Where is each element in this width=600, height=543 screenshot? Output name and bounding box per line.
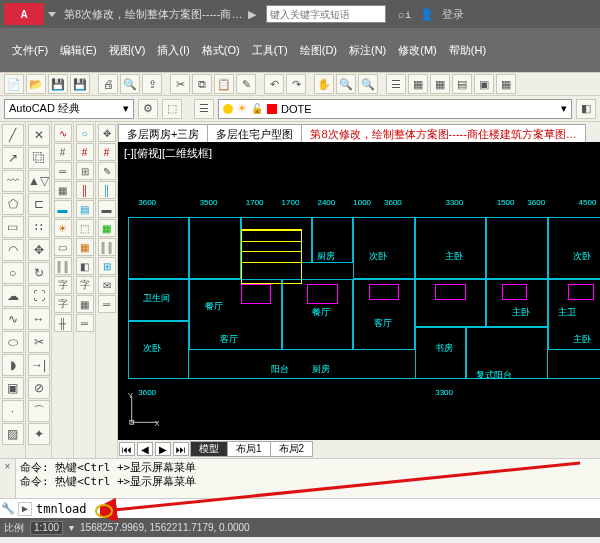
explode-icon[interactable]: ✦: [28, 423, 50, 445]
move-icon[interactable]: ✥: [28, 239, 50, 261]
u8[interactable]: ◧: [76, 257, 94, 275]
infocenter-icon[interactable]: ⌕ℹ: [398, 8, 412, 20]
u3[interactable]: ⊞: [76, 162, 94, 180]
u6[interactable]: ⬚: [76, 219, 94, 237]
polygon-icon[interactable]: ⬠: [2, 193, 24, 215]
copy-button[interactable]: ⧉: [192, 74, 212, 94]
pan-button[interactable]: ✋: [314, 74, 334, 94]
menu-view[interactable]: 视图(V): [103, 40, 152, 61]
t7[interactable]: ▭: [54, 238, 72, 256]
zoom-button[interactable]: 🔍: [336, 74, 356, 94]
t6[interactable]: ☀: [54, 219, 72, 237]
u4[interactable]: ║: [76, 181, 94, 199]
erase-icon[interactable]: ✕: [28, 124, 50, 146]
ws-lock-icon[interactable]: ⬚: [162, 99, 182, 119]
user-icon[interactable]: 👤: [420, 8, 434, 21]
ws-settings-icon[interactable]: ⚙: [138, 99, 158, 119]
search-input[interactable]: [266, 5, 386, 23]
trim-icon[interactable]: ✂: [28, 331, 50, 353]
pline-icon[interactable]: 〰: [2, 170, 24, 192]
spline-icon[interactable]: ∿: [2, 308, 24, 330]
u2[interactable]: #: [76, 143, 94, 161]
u5[interactable]: ▤: [76, 200, 94, 218]
scale-caret-icon[interactable]: ▾: [69, 522, 74, 533]
u7[interactable]: ▦: [76, 238, 94, 256]
arc-icon[interactable]: ◠: [2, 239, 24, 261]
revcloud-icon[interactable]: ☁: [2, 285, 24, 307]
match-button[interactable]: ✎: [236, 74, 256, 94]
print-button[interactable]: 🖨: [98, 74, 118, 94]
t2[interactable]: #: [54, 143, 72, 161]
rotate-icon[interactable]: ↻: [28, 262, 50, 284]
layout-tab-1[interactable]: 布局1: [227, 441, 271, 457]
extend-icon[interactable]: →|: [28, 354, 50, 376]
menu-draw[interactable]: 绘图(D): [294, 40, 343, 61]
break-icon[interactable]: ⊘: [28, 377, 50, 399]
mirror-icon[interactable]: ▲▽: [28, 170, 50, 192]
publish-button[interactable]: ⇪: [142, 74, 162, 94]
saveas-button[interactable]: 💾: [70, 74, 90, 94]
save-button[interactable]: 💾: [48, 74, 68, 94]
cmd-prompt-icon[interactable]: ►: [18, 502, 32, 516]
drawing-canvas[interactable]: [-][俯视][二维线框]: [118, 142, 600, 440]
t1[interactable]: ∿: [54, 124, 72, 142]
stretch-icon[interactable]: ↔: [28, 308, 50, 330]
ellipsearc-icon[interactable]: ◗: [2, 354, 24, 376]
fillet-icon[interactable]: ⌒: [28, 400, 50, 422]
menu-tools[interactable]: 工具(T): [246, 40, 294, 61]
v10[interactable]: ═: [98, 295, 116, 313]
line-icon[interactable]: ╱: [2, 124, 24, 146]
tab-prev-icon[interactable]: ◀: [137, 442, 153, 456]
menu-dimension[interactable]: 标注(N): [343, 40, 392, 61]
t4[interactable]: ▦: [54, 181, 72, 199]
doc-tab-0[interactable]: 多层两房+三房: [118, 124, 208, 142]
v9[interactable]: ✉: [98, 276, 116, 294]
tab-first-icon[interactable]: ⏮: [119, 442, 135, 456]
xline-icon[interactable]: ↗: [2, 147, 24, 169]
circle-icon[interactable]: ○: [2, 262, 24, 284]
layer-selector[interactable]: ☀ 🔓 DOTE ▾: [218, 99, 572, 119]
u11[interactable]: ═: [76, 314, 94, 332]
zoom2-button[interactable]: 🔍: [358, 74, 378, 94]
ssm-button[interactable]: ▤: [452, 74, 472, 94]
layout-tab-model[interactable]: 模型: [190, 441, 228, 457]
redo-button[interactable]: ↷: [286, 74, 306, 94]
v1[interactable]: ✥: [98, 124, 116, 142]
v4[interactable]: ║: [98, 181, 116, 199]
workspace-selector[interactable]: AutoCAD 经典 ▾: [4, 99, 134, 119]
t9[interactable]: 字: [54, 276, 72, 294]
doc-tab-2[interactable]: 第8次修改，绘制整体方案图-----商住楼建筑方案草图…: [301, 124, 585, 142]
menu-format[interactable]: 格式(O): [196, 40, 246, 61]
layer-tool-button[interactable]: ◧: [576, 99, 596, 119]
quick-access-caret[interactable]: [48, 12, 56, 17]
tab-next-icon[interactable]: ▶: [155, 442, 171, 456]
viewport-label[interactable]: [-][俯视][二维线框]: [124, 146, 212, 161]
paste-button[interactable]: 📋: [214, 74, 234, 94]
array-icon[interactable]: ∷: [28, 216, 50, 238]
preview-button[interactable]: 🔍: [120, 74, 140, 94]
menu-modify[interactable]: 修改(M): [392, 40, 443, 61]
menu-help[interactable]: 帮助(H): [443, 40, 492, 61]
menu-edit[interactable]: 编辑(E): [54, 40, 103, 61]
markup-button[interactable]: ▣: [474, 74, 494, 94]
calc-button[interactable]: ▦: [496, 74, 516, 94]
doc-tab-1[interactable]: 多层住宅户型图: [207, 124, 302, 142]
command-input[interactable]: [34, 502, 600, 516]
undo-button[interactable]: ↶: [264, 74, 284, 94]
scale-icon[interactable]: ⛶: [28, 285, 50, 307]
t11[interactable]: ╫: [54, 314, 72, 332]
v2[interactable]: #: [98, 143, 116, 161]
u10[interactable]: ▦: [76, 295, 94, 313]
copy2-icon[interactable]: ⿻: [28, 147, 50, 169]
t10[interactable]: 字: [54, 295, 72, 313]
open-button[interactable]: 📂: [26, 74, 46, 94]
v7[interactable]: ║║: [98, 238, 116, 256]
cut-button[interactable]: ✂: [170, 74, 190, 94]
menu-insert[interactable]: 插入(I): [151, 40, 195, 61]
block-icon[interactable]: ▣: [2, 377, 24, 399]
u1[interactable]: ○: [76, 124, 94, 142]
tab-last-icon[interactable]: ⏭: [173, 442, 189, 456]
menu-file[interactable]: 文件(F): [6, 40, 54, 61]
layer-props-button[interactable]: ☰: [194, 99, 214, 119]
props-button[interactable]: ☰: [386, 74, 406, 94]
